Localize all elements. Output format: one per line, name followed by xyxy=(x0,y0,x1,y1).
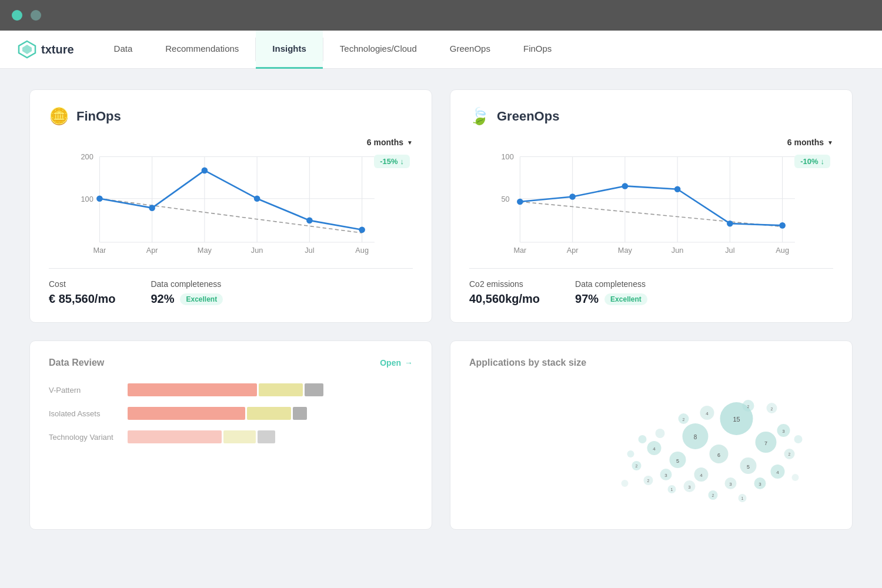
finops-chart-area: -15% ↓ 200 100 xyxy=(49,152,413,258)
svg-point-38 xyxy=(517,199,523,205)
cards-row: 🪙 FinOps 6 months ▼ -15% ↓ 200 100 xyxy=(29,89,853,323)
svg-text:15: 15 xyxy=(733,416,740,423)
svg-point-17 xyxy=(254,195,260,202)
finops-divider xyxy=(49,268,413,269)
svg-text:2: 2 xyxy=(647,479,650,483)
bar-seg-red xyxy=(128,383,257,396)
app-stack-card: Applications by stack size 15 8 7 6 5 xyxy=(450,340,853,530)
app-stack-bubble-area: 15 8 7 6 5 5 4 4 4 xyxy=(469,383,833,513)
bar-seg-gray-2 xyxy=(293,407,307,420)
svg-text:Apr: Apr xyxy=(567,246,579,255)
greenops-emissions-metric: Co2 emissions 40,560kg/mo xyxy=(469,279,540,306)
svg-text:5: 5 xyxy=(676,458,679,464)
logo-icon xyxy=(18,40,36,59)
logo-text: txture xyxy=(41,43,74,56)
finops-time-selector[interactable]: 6 months ▼ xyxy=(367,138,413,147)
nav-item-greenops[interactable]: GreenOps xyxy=(433,31,507,69)
svg-text:3: 3 xyxy=(688,485,691,490)
svg-text:Mar: Mar xyxy=(93,246,106,255)
greenops-metrics: Co2 emissions 40,560kg/mo Data completen… xyxy=(469,279,833,306)
nav-item-finops[interactable]: FinOps xyxy=(507,31,568,69)
svg-text:4: 4 xyxy=(653,446,656,452)
greenops-card: 🍃 GreenOps 6 months ▼ -10% ↓ 100 50 xyxy=(450,89,853,323)
finops-completeness-value: 92% Excellent xyxy=(151,292,223,306)
finops-card: 🪙 FinOps 6 months ▼ -15% ↓ 200 100 xyxy=(29,89,432,323)
topbar xyxy=(0,0,882,31)
finops-cost-metric: Cost € 85,560/mo xyxy=(49,279,115,306)
svg-point-19 xyxy=(359,227,365,233)
svg-point-40 xyxy=(622,183,629,189)
topbar-dot-teal xyxy=(31,10,41,21)
svg-text:2: 2 xyxy=(683,417,685,422)
app-stack-header: Applications by stack size xyxy=(469,358,833,368)
finops-cost-label: Cost xyxy=(49,279,115,289)
svg-marker-1 xyxy=(22,45,32,54)
svg-point-18 xyxy=(306,218,313,224)
finops-title: FinOps xyxy=(76,109,121,124)
svg-text:5: 5 xyxy=(747,464,750,470)
svg-point-103 xyxy=(639,435,647,443)
bar-track-techvariant xyxy=(128,430,413,443)
svg-text:Jun: Jun xyxy=(251,246,263,255)
svg-text:Jun: Jun xyxy=(671,246,684,255)
svg-text:3: 3 xyxy=(759,482,761,487)
nav-item-recommendations[interactable]: Recommendations xyxy=(149,31,255,69)
finops-completeness-metric: Data completeness 92% Excellent xyxy=(151,279,223,306)
svg-text:1: 1 xyxy=(671,487,673,492)
svg-point-42 xyxy=(727,220,733,227)
greenops-trend-badge: -10% ↓ xyxy=(794,155,830,168)
data-review-open-link[interactable]: Open → xyxy=(380,358,413,368)
svg-text:May: May xyxy=(618,246,633,255)
svg-text:4: 4 xyxy=(700,473,703,478)
svg-text:7: 7 xyxy=(764,440,767,446)
topbar-dot-green xyxy=(12,10,22,21)
logo: txture xyxy=(18,40,74,59)
finops-icon: 🪙 xyxy=(49,106,69,126)
svg-point-99 xyxy=(627,450,634,457)
svg-text:100: 100 xyxy=(502,152,514,161)
svg-text:200: 200 xyxy=(81,152,93,161)
svg-text:8: 8 xyxy=(694,434,697,440)
svg-text:Aug: Aug xyxy=(776,246,789,255)
app-stack-title: Applications by stack size xyxy=(469,358,586,368)
finops-time-arrow: ▼ xyxy=(407,139,413,146)
bar-seg-yellow xyxy=(259,383,303,396)
finops-metrics: Cost € 85,560/mo Data completeness 92% E… xyxy=(49,279,413,306)
main-content: 🪙 FinOps 6 months ▼ -15% ↓ 200 100 xyxy=(0,69,882,550)
nav-item-insights[interactable]: Insights xyxy=(256,31,323,69)
finops-excellent-badge: Excellent xyxy=(180,293,223,305)
bar-seg-red-2 xyxy=(128,407,245,420)
svg-point-102 xyxy=(656,429,665,438)
svg-point-15 xyxy=(149,205,155,211)
bar-seg-yellow-3 xyxy=(223,430,256,443)
finops-completeness-label: Data completeness xyxy=(151,279,223,289)
svg-text:4: 4 xyxy=(776,470,779,475)
data-review-header: Data Review Open → xyxy=(49,358,413,368)
greenops-divider xyxy=(469,268,833,269)
greenops-title: GreenOps xyxy=(497,109,559,124)
nav-item-technologies[interactable]: Technologies/Cloud xyxy=(323,31,433,69)
svg-text:Mar: Mar xyxy=(513,246,527,255)
greenops-icon: 🍃 xyxy=(469,106,490,126)
svg-text:3: 3 xyxy=(664,473,667,478)
bar-label-isolated: Isolated Assets xyxy=(49,409,119,418)
bar-row-isolated: Isolated Assets xyxy=(49,407,413,420)
svg-point-16 xyxy=(202,168,208,174)
finops-chart-controls: 6 months ▼ xyxy=(49,138,413,147)
svg-point-101 xyxy=(794,435,803,443)
svg-text:Jul: Jul xyxy=(305,246,314,255)
bar-seg-yellow-2 xyxy=(247,407,291,420)
greenops-completeness-metric: Data completeness 97% Excellent xyxy=(575,279,647,306)
svg-line-37 xyxy=(520,202,782,227)
bar-label-techvariant: Technology Variant xyxy=(49,433,119,442)
greenops-completeness-label: Data completeness xyxy=(575,279,647,289)
svg-text:2: 2 xyxy=(789,452,791,456)
svg-point-41 xyxy=(674,186,681,192)
data-review-title: Data Review xyxy=(49,358,104,368)
bottom-row: Data Review Open → V-Pattern Isolated As… xyxy=(29,340,853,530)
finops-trend-badge: -15% ↓ xyxy=(374,155,410,168)
nav-item-data[interactable]: Data xyxy=(98,31,149,69)
data-review-card: Data Review Open → V-Pattern Isolated As… xyxy=(29,340,432,530)
greenops-time-selector[interactable]: 6 months ▼ xyxy=(787,138,833,147)
svg-line-13 xyxy=(99,199,362,233)
